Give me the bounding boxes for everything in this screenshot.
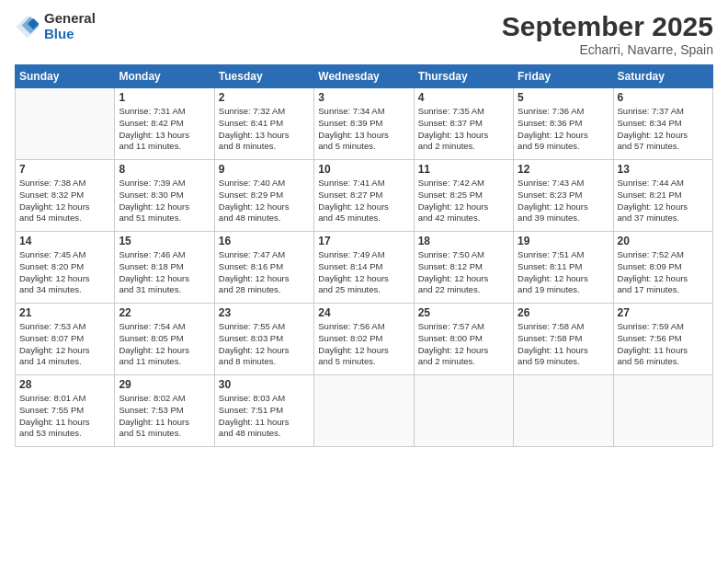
daylight-text-2: and 54 minutes. [19, 213, 110, 224]
calendar-title: September 2025 [502, 11, 713, 42]
day-number: 27 [618, 306, 709, 319]
sunset-text: Sunset: 7:51 PM [219, 405, 310, 417]
daylight-text-2: and 34 minutes. [19, 284, 110, 296]
daylight-text-2: and 25 minutes. [318, 284, 409, 296]
sunrise-text: Sunrise: 7:57 AM [418, 321, 509, 333]
daylight-text-2: and 19 minutes. [518, 284, 609, 296]
calendar-cell: 28Sunrise: 8:01 AMSunset: 7:55 PMDayligh… [16, 375, 115, 447]
calendar-cell: 21Sunrise: 7:53 AMSunset: 8:07 PMDayligh… [16, 304, 115, 375]
day-number: 10 [318, 163, 409, 176]
daylight-text-2: and 48 minutes. [219, 213, 310, 224]
header-row: Sunday Monday Tuesday Wednesday Thursday… [16, 65, 713, 88]
calendar-cell: 25Sunrise: 7:57 AMSunset: 8:00 PMDayligh… [414, 304, 513, 375]
daylight-text-1: Daylight: 12 hours [518, 130, 609, 142]
daylight-text-1: Daylight: 13 hours [418, 130, 509, 142]
day-number: 3 [318, 91, 409, 104]
daylight-text-2: and 39 minutes. [518, 213, 609, 224]
daylight-text-1: Daylight: 12 hours [119, 201, 210, 213]
sunset-text: Sunset: 8:37 PM [418, 118, 509, 130]
sunrise-text: Sunrise: 7:39 AM [119, 178, 210, 190]
sunset-text: Sunset: 8:25 PM [418, 190, 509, 201]
calendar-cell: 24Sunrise: 7:56 AMSunset: 8:02 PMDayligh… [314, 304, 414, 375]
daylight-text-1: Daylight: 13 hours [219, 130, 310, 142]
sunset-text: Sunset: 8:07 PM [19, 333, 110, 345]
calendar-container: General Blue September 2025 Echarri, Nav… [0, 0, 728, 456]
col-monday: Monday [115, 65, 214, 88]
sunset-text: Sunset: 8:30 PM [119, 190, 210, 201]
daylight-text-1: Daylight: 12 hours [418, 345, 509, 357]
sunset-text: Sunset: 8:11 PM [518, 261, 609, 273]
sunset-text: Sunset: 8:02 PM [318, 333, 409, 345]
logo-general: General [44, 11, 96, 27]
daylight-text-1: Daylight: 12 hours [219, 273, 310, 285]
day-number: 4 [418, 91, 509, 104]
sunset-text: Sunset: 8:16 PM [219, 261, 310, 273]
sunrise-text: Sunrise: 7:59 AM [618, 321, 709, 333]
calendar-cell: 30Sunrise: 8:03 AMSunset: 7:51 PMDayligh… [214, 375, 313, 447]
calendar-header: Sunday Monday Tuesday Wednesday Thursday… [16, 65, 713, 88]
sunrise-text: Sunrise: 7:47 AM [219, 249, 310, 261]
sunrise-text: Sunrise: 7:54 AM [119, 321, 210, 333]
daylight-text-2: and 51 minutes. [119, 213, 210, 224]
day-number: 18 [418, 235, 509, 247]
header: General Blue September 2025 Echarri, Nav… [15, 11, 713, 57]
calendar-subtitle: Echarri, Navarre, Spain [502, 42, 713, 57]
sunset-text: Sunset: 8:29 PM [219, 190, 310, 201]
daylight-text-2: and 22 minutes. [418, 284, 509, 296]
sunset-text: Sunset: 8:23 PM [518, 190, 609, 201]
col-wednesday: Wednesday [314, 65, 414, 88]
calendar-cell: 20Sunrise: 7:52 AMSunset: 8:09 PMDayligh… [613, 232, 712, 304]
calendar-cell: 12Sunrise: 7:43 AMSunset: 8:23 PMDayligh… [514, 160, 613, 232]
calendar-cell: 29Sunrise: 8:02 AMSunset: 7:53 PMDayligh… [115, 375, 214, 447]
day-number: 12 [518, 163, 609, 176]
calendar-cell: 6Sunrise: 7:37 AMSunset: 8:34 PMDaylight… [613, 88, 712, 160]
calendar-cell [314, 375, 414, 447]
calendar-cell [414, 375, 513, 447]
day-number: 5 [518, 91, 609, 104]
daylight-text-1: Daylight: 12 hours [618, 273, 709, 285]
day-number: 7 [19, 163, 110, 176]
daylight-text-1: Daylight: 12 hours [518, 273, 609, 285]
day-number: 25 [418, 306, 509, 319]
calendar-cell: 3Sunrise: 7:34 AMSunset: 8:39 PMDaylight… [314, 88, 414, 160]
week-row-1: 7Sunrise: 7:38 AMSunset: 8:32 PMDaylight… [16, 160, 713, 232]
daylight-text-1: Daylight: 13 hours [318, 130, 409, 142]
daylight-text-2: and 57 minutes. [618, 141, 709, 153]
day-number: 26 [518, 306, 609, 319]
daylight-text-1: Daylight: 12 hours [119, 273, 210, 285]
sunrise-text: Sunrise: 7:35 AM [418, 106, 509, 118]
day-number: 17 [318, 235, 409, 247]
day-number: 11 [418, 163, 509, 176]
daylight-text-2: and 42 minutes. [418, 213, 509, 224]
sunset-text: Sunset: 8:42 PM [119, 118, 210, 130]
calendar-cell [16, 88, 115, 160]
day-number: 9 [219, 163, 310, 176]
daylight-text-2: and 2 minutes. [418, 356, 509, 368]
calendar-cell: 11Sunrise: 7:42 AMSunset: 8:25 PMDayligh… [414, 160, 513, 232]
sunset-text: Sunset: 7:56 PM [618, 333, 709, 345]
sunrise-text: Sunrise: 7:49 AM [318, 249, 409, 261]
calendar-cell: 2Sunrise: 7:32 AMSunset: 8:41 PMDaylight… [214, 88, 313, 160]
calendar-cell: 9Sunrise: 7:40 AMSunset: 8:29 PMDaylight… [214, 160, 313, 232]
calendar-cell: 14Sunrise: 7:45 AMSunset: 8:20 PMDayligh… [16, 232, 115, 304]
daylight-text-2: and 8 minutes. [219, 356, 310, 368]
calendar-cell: 5Sunrise: 7:36 AMSunset: 8:36 PMDaylight… [514, 88, 613, 160]
daylight-text-1: Daylight: 12 hours [19, 345, 110, 357]
sunset-text: Sunset: 7:55 PM [19, 405, 110, 417]
col-saturday: Saturday [613, 65, 712, 88]
sunrise-text: Sunrise: 7:37 AM [618, 106, 709, 118]
daylight-text-1: Daylight: 12 hours [618, 201, 709, 213]
calendar-cell: 8Sunrise: 7:39 AMSunset: 8:30 PMDaylight… [115, 160, 214, 232]
calendar-cell: 1Sunrise: 7:31 AMSunset: 8:42 PMDaylight… [115, 88, 214, 160]
sunset-text: Sunset: 8:41 PM [219, 118, 310, 130]
daylight-text-2: and 45 minutes. [318, 213, 409, 224]
daylight-text-1: Daylight: 12 hours [19, 273, 110, 285]
daylight-text-2: and 37 minutes. [618, 213, 709, 224]
daylight-text-2: and 5 minutes. [318, 356, 409, 368]
day-number: 28 [19, 378, 110, 391]
week-row-2: 14Sunrise: 7:45 AMSunset: 8:20 PMDayligh… [16, 232, 713, 304]
daylight-text-1: Daylight: 12 hours [518, 201, 609, 213]
day-number: 20 [618, 235, 709, 247]
daylight-text-1: Daylight: 11 hours [19, 417, 110, 429]
daylight-text-1: Daylight: 12 hours [219, 345, 310, 357]
